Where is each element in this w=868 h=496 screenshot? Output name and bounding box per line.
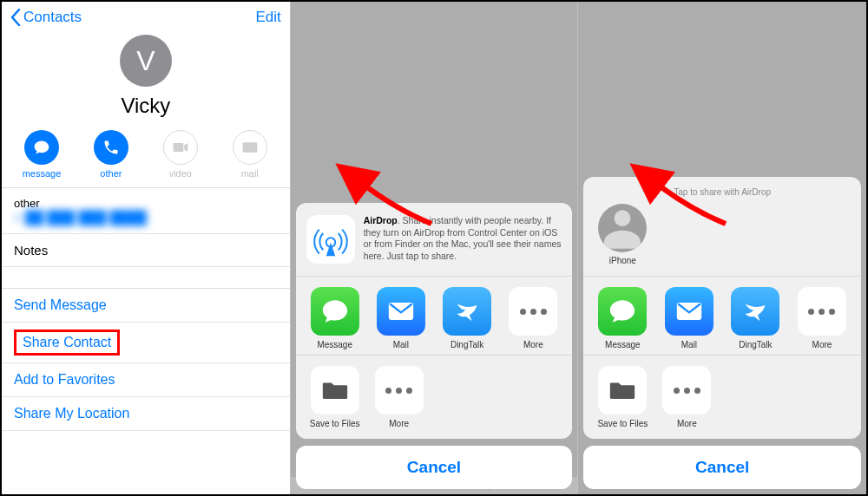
back-button[interactable]: Contacts <box>10 9 82 26</box>
share-sheet: AirDrop. Share instantly with people nea… <box>296 203 573 489</box>
mail-icon <box>674 297 704 326</box>
airdrop-target[interactable]: iPhone <box>594 204 651 265</box>
action-message[interactable]: message <box>7 130 76 179</box>
share-app-more-label: More <box>792 340 852 349</box>
share-action-files[interactable]: Save to Files <box>305 366 365 428</box>
message-icon <box>608 297 637 326</box>
share-actions-row: Save to Files More <box>592 361 852 428</box>
airdrop-icon <box>306 215 355 264</box>
share-app-more-label: More <box>503 340 563 349</box>
action-mail-label: mail <box>215 168 285 179</box>
cancel-button[interactable]: Cancel <box>583 446 861 489</box>
cancel-button[interactable]: Cancel <box>296 446 573 489</box>
share-app-message-label: Message <box>305 340 365 349</box>
share-contact-row[interactable]: Share Contact <box>2 323 290 363</box>
phone-icon <box>102 139 120 156</box>
navbar: Contacts Edit <box>2 2 290 33</box>
airdrop-info-row: AirDrop. Share instantly with people nea… <box>305 212 564 271</box>
action-video: video <box>146 130 215 179</box>
airdrop-title: AirDrop <box>364 215 398 225</box>
contact-header: V Vicky <box>2 33 290 118</box>
phone-label: other <box>14 197 278 210</box>
share-app-mail-label: Mail <box>659 340 720 349</box>
action-mail: mail <box>215 130 285 179</box>
mail-icon <box>386 297 416 326</box>
add-favorites-row[interactable]: Add to Favorites <box>2 363 290 397</box>
folder-icon <box>320 375 350 405</box>
airdrop-tap-title: Tap to share with AirDrop <box>592 186 852 202</box>
share-sheet: Tap to share with AirDrop iPhone Message <box>583 177 861 489</box>
more-icon <box>520 309 547 315</box>
link-section: Send Message Share Contact Add to Favori… <box>2 288 290 431</box>
share-action-more[interactable]: More <box>656 366 717 428</box>
share-app-dingtalk[interactable]: DingTalk <box>437 287 497 349</box>
share-app-message[interactable]: Message <box>305 287 365 349</box>
action-call-label: other <box>76 168 146 179</box>
phone-row[interactable]: other + ██ ███ ███ ████ <box>2 188 290 234</box>
send-message-row[interactable]: Send Message <box>2 289 290 323</box>
back-label: Contacts <box>23 9 82 26</box>
action-message-label: message <box>7 168 76 179</box>
share-app-mail-label: Mail <box>371 340 431 349</box>
phone-section: other + ██ ███ ███ ████ Notes <box>2 187 290 267</box>
contact-name: Vicky <box>2 94 290 118</box>
share-app-dingtalk[interactable]: DingTalk <box>725 287 786 349</box>
edit-button[interactable]: Edit <box>255 9 280 26</box>
phone-number: + ██ ███ ███ ████ <box>14 210 278 225</box>
action-video-label: video <box>146 168 215 179</box>
share-app-message[interactable]: Message <box>592 287 653 349</box>
share-action-files-label: Save to Files <box>305 419 365 428</box>
dingtalk-icon <box>740 297 770 326</box>
share-action-more-label: More <box>656 419 717 428</box>
panel-contact-detail: Contacts Edit V Vicky message other vide… <box>2 2 291 494</box>
person-icon <box>598 204 647 252</box>
quick-actions: message other video mail <box>7 130 285 179</box>
action-call[interactable]: other <box>76 130 146 179</box>
airdrop-description: AirDrop. Share instantly with people nea… <box>364 215 562 263</box>
more-icon <box>808 309 835 315</box>
panel-share-sheet-target: Contacts Edit V Vicky Tap to share with … <box>578 2 866 494</box>
dingtalk-icon <box>452 297 482 326</box>
more-icon <box>674 388 700 394</box>
share-apps-row: Message Mail DingTalk More <box>305 282 564 349</box>
airdrop-target-label: iPhone <box>594 256 651 265</box>
share-app-mail[interactable]: Mail <box>371 287 431 349</box>
share-location-row[interactable]: Share My Location <box>2 397 290 431</box>
three-panel-illustration: Contacts Edit V Vicky message other vide… <box>0 0 868 496</box>
share-app-more[interactable]: More <box>503 287 563 349</box>
notes-row[interactable]: Notes <box>2 234 290 267</box>
avatar: V <box>120 35 172 87</box>
more-icon <box>385 388 412 394</box>
video-icon <box>172 139 189 156</box>
share-app-more[interactable]: More <box>792 287 852 349</box>
share-action-files-label: Save to Files <box>592 419 653 428</box>
share-app-dingtalk-label: DingTalk <box>725 340 786 349</box>
chevron-left-icon <box>10 9 21 26</box>
panel-share-sheet-info: Contacts Edit V Vicky Favorites Recents … <box>291 2 579 494</box>
message-icon <box>320 297 350 326</box>
share-actions-row: Save to Files More <box>305 361 564 428</box>
share-action-files[interactable]: Save to Files <box>592 366 653 428</box>
folder-icon <box>608 375 637 405</box>
mail-icon <box>241 139 259 156</box>
share-app-mail[interactable]: Mail <box>659 287 720 349</box>
share-app-dingtalk-label: DingTalk <box>437 340 497 349</box>
share-apps-row: Message Mail DingTalk More <box>592 282 852 349</box>
share-contact-link[interactable]: Share Contact <box>14 330 120 356</box>
share-app-message-label: Message <box>592 340 653 349</box>
share-action-more-label: More <box>369 419 430 428</box>
share-action-more[interactable]: More <box>369 366 430 428</box>
message-icon <box>33 139 50 156</box>
